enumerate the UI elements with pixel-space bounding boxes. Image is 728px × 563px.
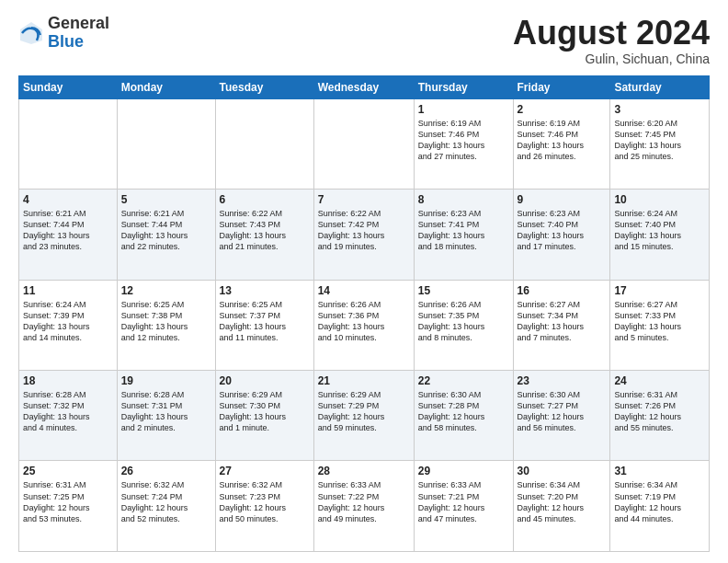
day-info: Sunrise: 6:27 AMSunset: 7:33 PMDaylight:… — [614, 299, 705, 344]
day-number: 25 — [23, 465, 113, 477]
page: General Blue August 2024 Gulin, Sichuan,… — [0, 0, 728, 563]
logo-text: General Blue — [48, 15, 109, 52]
calendar-cell: 27Sunrise: 6:32 AMSunset: 7:23 PMDayligh… — [215, 461, 313, 552]
calendar-cell: 22Sunrise: 6:30 AMSunset: 7:28 PMDayligh… — [414, 371, 513, 461]
calendar-cell: 14Sunrise: 6:26 AMSunset: 7:36 PMDayligh… — [313, 280, 414, 370]
day-info: Sunrise: 6:31 AMSunset: 7:26 PMDaylight:… — [614, 389, 705, 434]
weekday-header: Thursday — [414, 75, 513, 98]
calendar-cell — [313, 98, 414, 189]
day-info: Sunrise: 6:19 AMSunset: 7:46 PMDaylight:… — [518, 118, 607, 163]
calendar-cell: 18Sunrise: 6:28 AMSunset: 7:32 PMDayligh… — [19, 371, 118, 461]
day-number: 19 — [121, 374, 211, 387]
day-info: Sunrise: 6:30 AMSunset: 7:28 PMDaylight:… — [418, 389, 509, 434]
day-number: 27 — [220, 465, 310, 477]
day-number: 14 — [318, 284, 410, 297]
day-number: 17 — [614, 284, 705, 297]
calendar-cell: 23Sunrise: 6:30 AMSunset: 7:27 PMDayligh… — [513, 371, 610, 461]
logo-blue: Blue — [48, 32, 84, 51]
day-info: Sunrise: 6:34 AMSunset: 7:19 PMDaylight:… — [614, 479, 705, 524]
calendar-cell: 30Sunrise: 6:34 AMSunset: 7:20 PMDayligh… — [513, 461, 610, 552]
month-title: August 2024 — [513, 15, 710, 52]
calendar-cell: 19Sunrise: 6:28 AMSunset: 7:31 PMDayligh… — [117, 371, 215, 461]
day-info: Sunrise: 6:24 AMSunset: 7:40 PMDaylight:… — [614, 208, 705, 253]
calendar-cell — [215, 98, 313, 189]
day-info: Sunrise: 6:31 AMSunset: 7:25 PMDaylight:… — [23, 479, 113, 524]
day-info: Sunrise: 6:21 AMSunset: 7:44 PMDaylight:… — [23, 208, 113, 253]
day-number: 16 — [518, 284, 607, 297]
day-number: 9 — [518, 193, 607, 206]
day-number: 30 — [518, 465, 607, 477]
calendar-cell: 1Sunrise: 6:19 AMSunset: 7:46 PMDaylight… — [414, 98, 513, 189]
day-info: Sunrise: 6:32 AMSunset: 7:23 PMDaylight:… — [220, 479, 310, 524]
day-number: 10 — [614, 193, 705, 206]
day-info: Sunrise: 6:27 AMSunset: 7:34 PMDaylight:… — [518, 299, 607, 344]
day-info: Sunrise: 6:28 AMSunset: 7:31 PMDaylight:… — [121, 389, 211, 434]
day-number: 29 — [418, 465, 509, 477]
day-info: Sunrise: 6:29 AMSunset: 7:30 PMDaylight:… — [220, 389, 310, 434]
day-info: Sunrise: 6:30 AMSunset: 7:27 PMDaylight:… — [518, 389, 607, 434]
weekday-header: Wednesday — [313, 75, 414, 98]
day-info: Sunrise: 6:29 AMSunset: 7:29 PMDaylight:… — [318, 389, 410, 434]
day-info: Sunrise: 6:21 AMSunset: 7:44 PMDaylight:… — [121, 208, 211, 253]
day-number: 26 — [121, 465, 211, 477]
calendar-week-row: 25Sunrise: 6:31 AMSunset: 7:25 PMDayligh… — [19, 461, 710, 552]
calendar-cell: 13Sunrise: 6:25 AMSunset: 7:37 PMDayligh… — [215, 280, 313, 370]
day-info: Sunrise: 6:34 AMSunset: 7:20 PMDaylight:… — [518, 479, 607, 524]
calendar-cell — [117, 98, 215, 189]
calendar-cell: 24Sunrise: 6:31 AMSunset: 7:26 PMDayligh… — [610, 371, 710, 461]
day-number: 7 — [318, 193, 410, 206]
day-number: 2 — [518, 103, 607, 116]
title-area: August 2024 Gulin, Sichuan, China — [513, 15, 710, 66]
day-info: Sunrise: 6:25 AMSunset: 7:38 PMDaylight:… — [121, 299, 211, 344]
weekday-header: Sunday — [19, 75, 118, 98]
calendar-cell: 17Sunrise: 6:27 AMSunset: 7:33 PMDayligh… — [610, 280, 710, 370]
calendar-week-row: 11Sunrise: 6:24 AMSunset: 7:39 PMDayligh… — [19, 280, 710, 370]
weekday-row: SundayMondayTuesdayWednesdayThursdayFrid… — [19, 75, 710, 98]
weekday-header: Monday — [117, 75, 215, 98]
day-info: Sunrise: 6:24 AMSunset: 7:39 PMDaylight:… — [23, 299, 113, 344]
calendar-cell — [19, 98, 118, 189]
calendar-header: SundayMondayTuesdayWednesdayThursdayFrid… — [19, 75, 710, 98]
day-info: Sunrise: 6:23 AMSunset: 7:41 PMDaylight:… — [418, 208, 509, 253]
header: General Blue August 2024 Gulin, Sichuan,… — [18, 15, 710, 66]
day-info: Sunrise: 6:26 AMSunset: 7:35 PMDaylight:… — [418, 299, 509, 344]
calendar-cell: 31Sunrise: 6:34 AMSunset: 7:19 PMDayligh… — [610, 461, 710, 552]
day-info: Sunrise: 6:20 AMSunset: 7:45 PMDaylight:… — [614, 118, 705, 163]
day-info: Sunrise: 6:33 AMSunset: 7:21 PMDaylight:… — [418, 479, 509, 524]
day-number: 6 — [220, 193, 310, 206]
weekday-header: Saturday — [610, 75, 710, 98]
calendar-body: 1Sunrise: 6:19 AMSunset: 7:46 PMDaylight… — [19, 98, 710, 551]
day-number: 13 — [220, 284, 310, 297]
calendar-cell: 4Sunrise: 6:21 AMSunset: 7:44 PMDaylight… — [19, 190, 118, 280]
calendar-cell: 8Sunrise: 6:23 AMSunset: 7:41 PMDaylight… — [414, 190, 513, 280]
logo-general: General — [48, 14, 109, 32]
day-number: 15 — [418, 284, 509, 297]
day-number: 11 — [23, 284, 113, 297]
calendar-cell: 20Sunrise: 6:29 AMSunset: 7:30 PMDayligh… — [215, 371, 313, 461]
calendar-cell: 16Sunrise: 6:27 AMSunset: 7:34 PMDayligh… — [513, 280, 610, 370]
weekday-header: Friday — [513, 75, 610, 98]
day-info: Sunrise: 6:22 AMSunset: 7:43 PMDaylight:… — [220, 208, 310, 253]
day-number: 4 — [23, 193, 113, 206]
day-number: 8 — [418, 193, 509, 206]
day-info: Sunrise: 6:19 AMSunset: 7:46 PMDaylight:… — [418, 118, 509, 163]
calendar-cell: 9Sunrise: 6:23 AMSunset: 7:40 PMDaylight… — [513, 190, 610, 280]
day-number: 22 — [418, 374, 509, 387]
day-info: Sunrise: 6:25 AMSunset: 7:37 PMDaylight:… — [220, 299, 310, 344]
day-info: Sunrise: 6:33 AMSunset: 7:22 PMDaylight:… — [318, 479, 410, 524]
day-number: 28 — [318, 465, 410, 477]
day-number: 20 — [220, 374, 310, 387]
weekday-header: Tuesday — [215, 75, 313, 98]
day-info: Sunrise: 6:32 AMSunset: 7:24 PMDaylight:… — [121, 479, 211, 524]
day-number: 12 — [121, 284, 211, 297]
day-info: Sunrise: 6:28 AMSunset: 7:32 PMDaylight:… — [23, 389, 113, 434]
calendar: SundayMondayTuesdayWednesdayThursdayFrid… — [18, 75, 710, 552]
calendar-cell: 26Sunrise: 6:32 AMSunset: 7:24 PMDayligh… — [117, 461, 215, 552]
calendar-cell: 11Sunrise: 6:24 AMSunset: 7:39 PMDayligh… — [19, 280, 118, 370]
logo-icon — [18, 20, 44, 46]
day-info: Sunrise: 6:23 AMSunset: 7:40 PMDaylight:… — [518, 208, 607, 253]
day-number: 21 — [318, 374, 410, 387]
calendar-cell: 12Sunrise: 6:25 AMSunset: 7:38 PMDayligh… — [117, 280, 215, 370]
calendar-cell: 15Sunrise: 6:26 AMSunset: 7:35 PMDayligh… — [414, 280, 513, 370]
day-number: 24 — [614, 374, 705, 387]
